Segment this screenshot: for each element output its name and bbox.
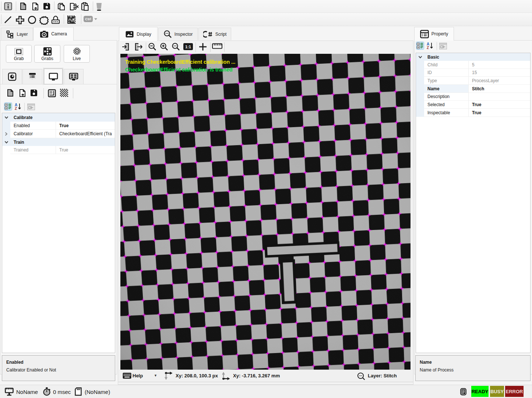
svg-text:Z: Z <box>15 107 17 111</box>
svg-text:Z: Z <box>427 46 429 50</box>
svg-text:1:1: 1:1 <box>185 45 191 49</box>
svg-text:Ctrl: Ctrl <box>85 17 91 21</box>
